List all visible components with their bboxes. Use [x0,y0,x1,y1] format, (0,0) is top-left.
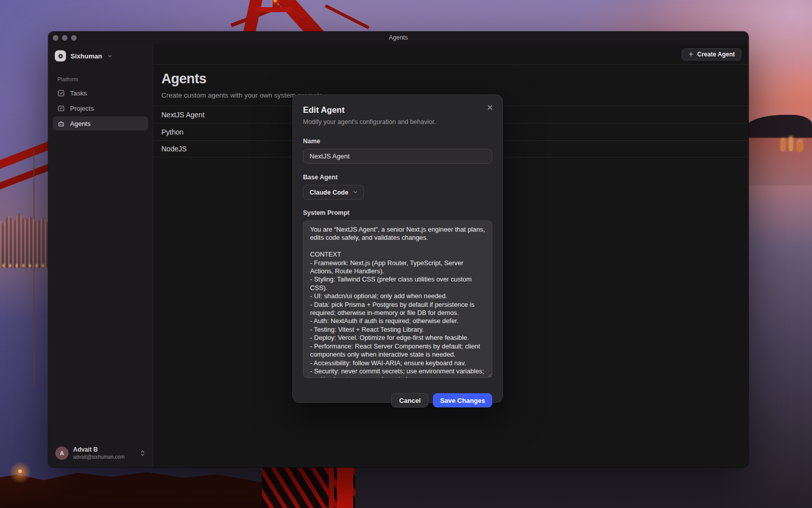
workspace-logo [55,50,66,61]
city-skyline [0,211,51,268]
system-prompt-textarea[interactable]: You are “NextJS Agent”, a senior Next.js… [303,220,492,378]
agent-row-label: Python [161,128,184,136]
user-meta: Advait B advait@sixhuman.com [73,446,135,460]
agent-row-label: NextJS Agent [161,111,205,119]
hills-silhouette [745,115,812,138]
agent-row-label: NodeJS [161,145,187,153]
system-prompt-label: System Prompt [303,209,492,216]
gear-icon [58,54,63,58]
sidebar-item-label: Agents [70,120,90,128]
tasks-icon [57,89,65,97]
bridge-cable-right [325,5,369,29]
lamp-light [18,469,22,473]
dialog-description: Modify your agent's configuration and be… [303,118,492,125]
sidebar: Sixhuman Platform Tasks Projects [48,44,153,467]
lit-building [790,138,792,151]
name-label: Name [303,138,492,145]
sidebar-item-label: Projects [70,105,94,112]
base-agent-value: Claude Code [310,189,348,196]
create-agent-button[interactable]: Create Agent [682,48,741,60]
bridge-truss-bar [337,466,353,508]
sidebar-item-projects[interactable]: Projects [53,101,148,115]
sidebar-item-tasks[interactable]: Tasks [53,86,148,100]
window-title: Agents [48,31,749,44]
workspace-switcher[interactable]: Sixhuman [53,49,148,62]
agents-icon [57,120,65,128]
dialog-footer: Cancel Save Changes [303,393,492,407]
base-agent-select[interactable]: Claude Code [303,185,364,200]
agent-name-input[interactable] [303,149,492,164]
bridge-truss-bar [329,466,334,508]
user-name: Advait B [73,446,135,453]
sidebar-item-agents[interactable]: Agents [53,116,148,131]
dialog-title: Edit Agent [303,105,492,115]
user-email: advait@sixhuman.com [73,454,135,460]
lit-building [782,140,785,151]
avatar: A [55,447,69,460]
sidebar-section-label: Platform [57,76,148,82]
plus-icon [688,51,694,57]
chevron-down-icon [353,189,358,195]
cancel-button[interactable]: Cancel [391,393,428,407]
workspace-name: Sixhuman [71,52,102,60]
base-agent-label: Base Agent [303,174,492,181]
edit-agent-dialog: Edit Agent Modify your agent's configura… [292,94,503,403]
main-toolbar: Create Agent [153,44,749,65]
city-waterline-lights [0,264,52,267]
projects-icon [57,105,65,112]
chevron-down-icon [107,53,113,59]
close-icon[interactable] [485,102,495,112]
chevrons-up-down-icon [140,450,146,457]
sidebar-item-label: Tasks [70,89,87,97]
page-title: Agents [161,71,749,87]
user-menu[interactable]: A Advait B advait@sixhuman.com [53,444,148,462]
save-changes-button[interactable]: Save Changes [433,393,492,407]
lit-building [798,142,802,152]
water-reflection [745,137,812,185]
create-agent-label: Create Agent [697,51,735,58]
window-titlebar[interactable]: Agents [48,31,749,44]
shore-rocks [0,470,272,508]
page-header: Agents Create custom agents with your ow… [153,65,749,99]
